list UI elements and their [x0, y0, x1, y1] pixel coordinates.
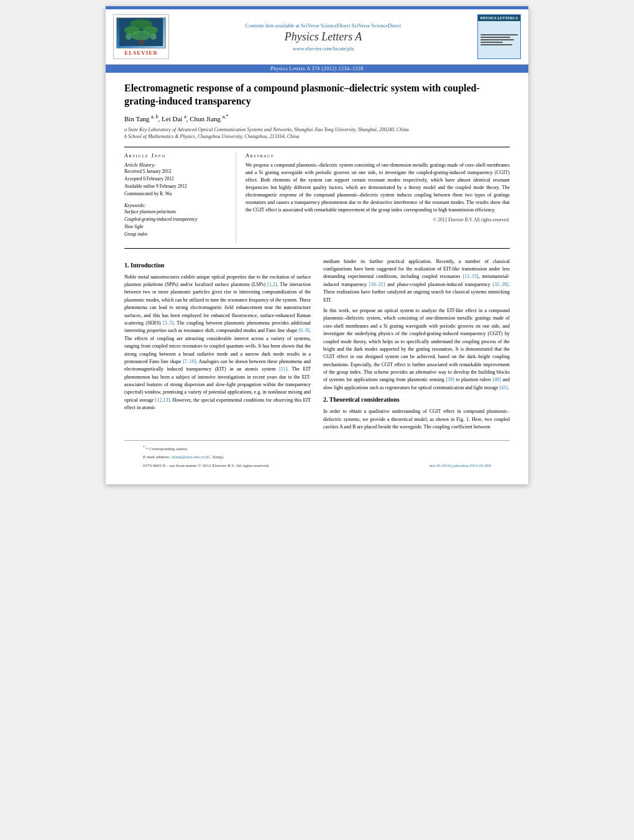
journal-cover-content	[478, 21, 520, 58]
ref-11[interactable]: [11]	[279, 366, 287, 372]
journal-title: Physics Letters A	[285, 30, 362, 44]
body-columns: 1. Introduction Noble metal nanostructur…	[124, 258, 510, 435]
affiliations: a State Key Laboratory of Advanced Optic…	[124, 126, 510, 140]
keyword-4: Group index	[124, 231, 229, 238]
sciverse-label: Contents lists available at SciVerse Sci…	[246, 22, 401, 29]
ref-1-2[interactable]: [1,2]	[267, 282, 277, 287]
ref-3-5[interactable]: [3–5]	[163, 320, 173, 326]
svg-point-7	[150, 34, 157, 40]
ref-40[interactable]: [40]	[493, 377, 501, 382]
license-text: 0375-9601/$ – see front matter © 2012 El…	[143, 463, 270, 468]
affiliation-b: b School of Mathematics & Physics, Chang…	[124, 133, 510, 140]
article-info-column: Article Info Article History: Received 5…	[124, 152, 236, 243]
article-info-heading: Article Info	[124, 152, 229, 159]
keywords-block: Keywords: Surface plasmon polaritons Cou…	[124, 203, 229, 238]
intro-paragraph-right-2: In this work, we propose an optical syst…	[323, 307, 510, 392]
introduction-heading: 1. Introduction	[124, 261, 311, 270]
body-right-column: medium hinder its further practical appl…	[323, 258, 510, 435]
email-address[interactable]: cjiang@sjtu.edu.cn	[172, 455, 205, 459]
academic-paper: ELSEVIER Contents lists available at Sci…	[106, 6, 528, 484]
cover-line-1	[480, 34, 518, 35]
svg-point-4	[131, 30, 151, 40]
article-footer: * * Corresponding author. E-mail address…	[124, 440, 510, 471]
keyword-3: Slow light	[124, 223, 229, 231]
header-center: Contents lists available at SciVerse Sci…	[175, 14, 471, 59]
footer-bottom-bar: 0375-9601/$ – see front matter © 2012 El…	[143, 463, 491, 468]
svg-point-6	[126, 34, 132, 40]
article-meta-section: Article Info Article History: Received 5…	[124, 147, 510, 249]
affiliation-a: a State Key Laboratory of Advanced Optic…	[124, 126, 510, 133]
author-jiang: Chun Jiang a,*	[190, 115, 228, 122]
abstract-heading: Abstract	[246, 152, 510, 159]
article-content: Electromagnetic response of a compound p…	[106, 73, 528, 484]
email-label: E-mail address:	[143, 455, 170, 459]
corresponding-label: * Corresponding author.	[146, 447, 188, 452]
ref-12-13[interactable]: [12,13]	[155, 397, 170, 403]
journal-info-bar: Physics Letters A 376 (2012) 1234–1238	[106, 65, 528, 73]
copyright-notice: © 2012 Elsevier B.V. All rights reserved…	[246, 217, 510, 223]
elsevier-logo: ELSEVIER	[113, 14, 169, 59]
contents-list-text: Contents lists available at	[246, 22, 300, 29]
corresponding-author-note: * * Corresponding author.	[143, 445, 491, 453]
ref-32-38[interactable]: [32–38]	[493, 282, 508, 287]
ref-39[interactable]: [39]	[446, 377, 454, 382]
ref-41[interactable]: [41]	[499, 385, 507, 390]
date-received: Received 5 January 2012 Accepted 6 Febru…	[124, 168, 229, 198]
elsevier-image	[116, 17, 166, 48]
history-label: Article History:	[124, 162, 229, 168]
ref-16-31[interactable]: [16–31]	[369, 282, 385, 287]
body-left-column: 1. Introduction Noble metal nanostructur…	[124, 258, 311, 435]
author-dai: Lei Dai a,	[162, 115, 190, 122]
svg-rect-5	[139, 40, 143, 45]
journal-url[interactable]: www.elsevier.com/locate/pla	[293, 45, 354, 52]
abstract-column: Abstract We propose a compound plasmonic…	[246, 152, 510, 243]
authors-line: Bin Tang a, b, Lei Dai a, Chun Jiang a,*	[124, 114, 510, 123]
ref-6-9[interactable]: [6–9]	[299, 328, 310, 333]
email-suffix: (C. Jiang).	[206, 455, 224, 459]
theoretical-paragraph-1: In order to obtain a qualitative underst…	[323, 408, 510, 431]
abstract-text: We propose a compound plasmonic–dielectr…	[246, 162, 510, 214]
theoretical-heading: 2. Theoretical considerations	[323, 395, 510, 404]
intro-paragraph-right-1: medium hinder its further practical appl…	[323, 258, 510, 304]
elsevier-tree-icon	[119, 18, 163, 46]
ref-13-15[interactable]: [13–15]	[462, 274, 478, 279]
sciverse-link-text2[interactable]: SciVerse ScienceDirect	[352, 22, 402, 29]
elsevier-wordmark: ELSEVIER	[124, 50, 158, 56]
cover-line-4	[480, 42, 503, 43]
journal-cover-box: PHYSICS LETTERS A	[477, 14, 521, 59]
journal-cover-lines	[480, 33, 518, 47]
email-note: E-mail address: cjiang@sjtu.edu.cn (C. J…	[143, 454, 491, 461]
cover-line-3	[480, 39, 514, 40]
doi-text[interactable]: doi:10.1016/j.physleta.2012.02.009	[430, 463, 491, 468]
cover-line-2	[480, 37, 510, 38]
journal-cover-title: PHYSICS LETTERS A	[478, 15, 520, 21]
sciverse-link-text[interactable]: SciVerse ScienceDirect	[301, 22, 351, 29]
coupled-word: coupled	[494, 417, 510, 422]
keywords-label: Keywords:	[124, 203, 229, 208]
article-history-block: Article History: Received 5 January 2012…	[124, 162, 229, 198]
ref-7-10[interactable]: [7–10]	[183, 359, 196, 364]
keyword-1: Surface plasmon polaritons	[124, 208, 229, 216]
journal-header: ELSEVIER Contents lists available at Sci…	[106, 9, 528, 65]
cover-line-5	[480, 44, 512, 45]
article-title: Electromagnetic response of a compound p…	[124, 82, 510, 108]
intro-paragraph-1: Noble metal nanostructures exhibit uniqu…	[124, 274, 311, 412]
keyword-2: Coupled-grating-induced transparency	[124, 216, 229, 223]
keywords-list: Surface plasmon polaritons Coupled-grati…	[124, 208, 229, 238]
author-tang: Bin Tang a, b,	[124, 115, 162, 122]
